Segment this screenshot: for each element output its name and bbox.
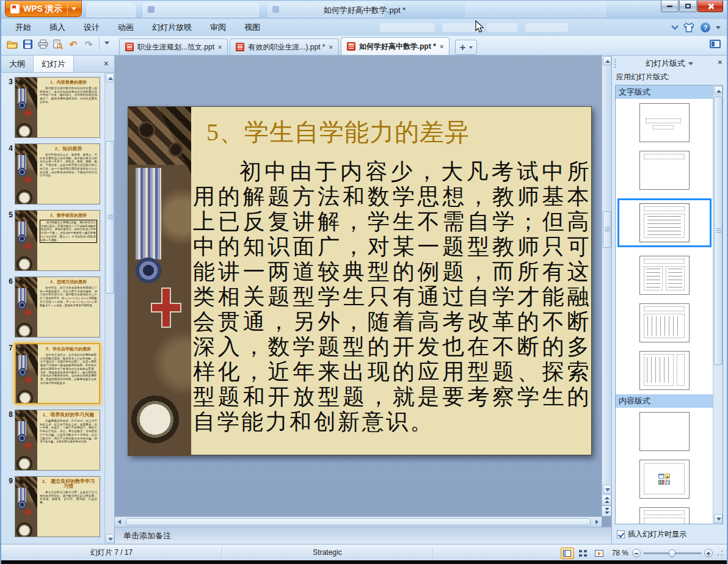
slide-thumbnail[interactable]: 2、知识差异 初中阶段知识点少、坡度缓、难度小，可作多次重复练习加深理解。高中数… <box>15 143 100 204</box>
vertical-scrollbar[interactable] <box>602 56 611 494</box>
close-tab-icon[interactable]: × <box>218 43 222 51</box>
next-slide-button[interactable] <box>602 505 611 516</box>
layout-item-title-and-content[interactable] <box>639 507 690 524</box>
slide-thumbnail-row[interactable]: 3 1、内容数量的差异 高中数学比初中数学的知识内容在量上急剧增加了，单位时间内… <box>4 77 104 138</box>
menu-item-start[interactable]: 开始 <box>6 19 40 36</box>
menu-item-insert[interactable]: 插入 <box>40 19 75 36</box>
document-tab[interactable]: 职业生涯规划...范文.ppt × <box>119 38 228 55</box>
menu-item-slideshow[interactable]: 幻灯片放映 <box>143 19 201 36</box>
scrollbar-thumb[interactable] <box>126 518 591 526</box>
help-icon[interactable]: ? <box>701 23 710 32</box>
zoom-slider-thumb[interactable] <box>669 549 675 557</box>
menu-item-view[interactable]: 视图 <box>235 19 269 36</box>
print-icon[interactable] <box>37 38 49 51</box>
undo-icon[interactable]: ↶ <box>67 38 79 51</box>
triangle-left-icon[interactable] <box>118 519 121 524</box>
zoom-out-button[interactable] <box>632 549 641 557</box>
slide-thumbnail-row[interactable]: 8 1、培养良好的学习兴趣 兴趣是最好的老师。孔子说过：知之者不如好之者，好之者… <box>4 410 104 471</box>
scroll-up-button[interactable] <box>106 73 114 82</box>
arrange-windows-icon[interactable] <box>710 40 721 48</box>
collapse-ribbon-icon[interactable] <box>671 23 678 29</box>
panel-scrollbar[interactable] <box>713 85 723 524</box>
layout-item-content[interactable] <box>639 460 690 499</box>
slide-canvas[interactable]: 5、学生自学能力的差异 初中由于内容少，大凡考试中所用的解题方法和数学思想，教师… <box>128 106 592 455</box>
slideshow-view-button[interactable] <box>592 548 606 559</box>
menu-item-animation[interactable]: 动画 <box>109 19 143 36</box>
triangle-right-icon[interactable] <box>595 519 599 524</box>
inactive-window-tab[interactable] <box>465 3 606 17</box>
slide-title[interactable]: 5、学生自学能力的差异 <box>206 115 470 149</box>
previous-slide-button[interactable] <box>602 494 611 505</box>
menu-item-design[interactable]: 设计 <box>75 19 109 36</box>
close-tab-icon[interactable]: × <box>329 43 333 51</box>
close-panel-icon[interactable]: × <box>718 57 723 67</box>
slide-thumbnail[interactable]: 3、数学语言的差异 初中的数学主要是以形象、通俗的语言方式进行表达。而高中数学一… <box>15 210 100 271</box>
slide-thumbnail-selected[interactable]: 5、学生自学能力的差异 初中由于内容少，大凡考试中所用的解题方法和数学思想，教师… <box>15 343 100 404</box>
restore-button[interactable] <box>679 1 697 12</box>
redo-icon[interactable]: ↷ <box>82 38 95 51</box>
checkbox-checked[interactable] <box>617 530 625 538</box>
open-file-icon[interactable] <box>6 38 18 51</box>
normal-view-button[interactable] <box>561 548 574 559</box>
layout-item-title-slide[interactable] <box>639 103 690 142</box>
save-icon[interactable] <box>21 38 34 51</box>
slide-thumbnail-row-selected[interactable]: 7 5、学生自学能力的差异 初中由于内容少，大凡考试中所用的解题方法和数学思想，… <box>4 343 104 404</box>
scroll-up-button[interactable] <box>603 56 611 65</box>
document-tab[interactable]: 有效的职业生涯...).ppt * × <box>230 38 338 55</box>
chevron-down-icon[interactable] <box>469 46 473 49</box>
app-menu-button[interactable]: WPS 演示 <box>5 1 82 17</box>
resize-grip-icon[interactable] <box>717 550 723 556</box>
slide-thumbnail-row[interactable]: 5 3、数学语言的差异 初中的数学主要是以形象、通俗的语言方式进行表达。而高中数… <box>4 210 104 271</box>
scrollbar-thumb[interactable] <box>603 211 611 248</box>
document-tab-active[interactable]: 如何学好高中数学.ppt * × <box>341 37 450 55</box>
slide-art <box>15 477 37 537</box>
notes-placeholder[interactable]: 单击添加备注 <box>115 527 611 544</box>
zoom-slider[interactable] <box>643 552 702 554</box>
slide-sorter-view-button[interactable] <box>577 548 590 559</box>
scroll-down-button[interactable] <box>106 534 114 543</box>
show-when-inserting-option[interactable]: 插入幻灯片时显示 <box>617 529 686 540</box>
inactive-window-tab[interactable] <box>143 3 259 17</box>
panel-header[interactable]: 幻灯片版式 × <box>612 56 727 71</box>
close-button[interactable] <box>697 1 723 12</box>
new-document-tab-button[interactable]: + <box>455 40 477 55</box>
scrollbar-thumb[interactable] <box>714 96 723 365</box>
chevron-down-icon[interactable] <box>716 26 721 29</box>
inactive-window-tab[interactable] <box>87 3 136 17</box>
layout-item-title-content-selected[interactable] <box>617 198 712 247</box>
slide-thumbnail-row[interactable]: 6 4、思维方法的差异 初中阶段，由于许多老师将各种题建立了统一的思维模式，学生… <box>4 277 104 338</box>
slide-thumbnail-row[interactable]: 9 2、 建立良好的数学学习习惯 建立良好的学习数学习惯，会使自己学习感到有序而… <box>4 476 104 537</box>
menu-item-review[interactable]: 审阅 <box>201 19 235 36</box>
slide-body-text[interactable]: 初中由于内容少，大凡考试中所用的解题方法和数学思想，教师基本上已反复讲解，学生不… <box>193 159 591 435</box>
vertical-title-placeholder <box>677 354 685 386</box>
toolbar-options-icon[interactable] <box>104 42 109 45</box>
tab-slides[interactable]: 幻灯片 <box>34 56 74 72</box>
chevron-down-icon[interactable] <box>688 62 693 65</box>
skin-shirt-icon[interactable] <box>683 23 695 32</box>
slide-thumbnail[interactable]: 2、 建立良好的数学学习习惯 建立良好的学习数学习惯，会使自己学习感到有序而轻松… <box>15 476 100 537</box>
slide-thumbnail[interactable]: 4、思维方法的差异 初中阶段，由于许多老师将各种题建立了统一的思维模式，学生习惯… <box>15 277 100 338</box>
layout-item-two-content[interactable] <box>639 256 690 295</box>
layout-item-blank[interactable] <box>639 412 690 451</box>
slide-thumbnail[interactable]: 1、内容数量的差异 高中数学比初中数学的知识内容在量上急剧增加了，单位时间内接受… <box>15 77 100 138</box>
sidebar-scrollbar[interactable] <box>104 73 114 544</box>
slide-thumbnail[interactable]: 1、培养良好的学习兴趣 兴趣是最好的老师。孔子说过：知之者不如好之者，好之者不如… <box>15 410 100 471</box>
scroll-up-button[interactable] <box>714 86 723 95</box>
slide-art <box>15 277 37 337</box>
scroll-down-button[interactable] <box>714 514 723 523</box>
zoom-in-button[interactable] <box>704 549 713 557</box>
horizontal-scrollbar[interactable] <box>115 516 602 527</box>
layout-item-title-only[interactable] <box>639 151 690 190</box>
print-preview-icon[interactable] <box>52 38 64 51</box>
layout-item-vertical-text[interactable] <box>639 303 690 342</box>
close-tab-icon[interactable]: × <box>440 43 443 50</box>
title-bar: WPS 演示 如何学好高中数学.ppt * <box>1 1 727 19</box>
scrollbar-thumb[interactable] <box>106 141 114 294</box>
close-sidebar-icon[interactable]: × <box>98 56 114 72</box>
minimize-button[interactable] <box>661 1 679 12</box>
layout-item-vertical-title-text[interactable] <box>639 351 690 390</box>
tab-outline[interactable]: 大纲 <box>1 56 34 72</box>
slide-thumbnail-row[interactable]: 4 2、知识差异 初中阶段知识点少、坡度缓、难度小，可作多次重复练习加深理解。高… <box>4 143 104 204</box>
slide-canvas-area[interactable]: 5、学生自学能力的差异 初中由于内容少，大凡考试中所用的解题方法和数学思想，教师… <box>115 56 602 516</box>
scroll-down-button[interactable] <box>603 485 611 494</box>
